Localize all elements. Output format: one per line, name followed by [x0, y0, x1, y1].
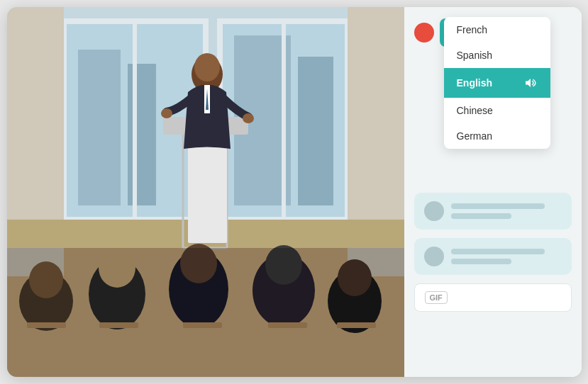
language-dropdown: French Spanish English	[444, 17, 550, 149]
top-bar: A 文 French Spanish English	[414, 18, 572, 47]
chat-bubble-1	[414, 193, 572, 230]
svg-rect-20	[163, 117, 248, 135]
speaker-icon	[522, 75, 538, 91]
svg-rect-19	[188, 133, 227, 243]
lang-item-french[interactable]: French	[444, 17, 550, 43]
svg-rect-12	[7, 7, 64, 276]
svg-rect-2	[220, 21, 348, 220]
svg-point-27	[19, 271, 73, 331]
svg-point-30	[99, 248, 135, 288]
photo-background	[7, 7, 404, 377]
svg-rect-18	[163, 117, 248, 130]
svg-point-25	[161, 108, 172, 118]
ui-panel: A 文 French Spanish English	[404, 7, 582, 377]
gif-badge[interactable]: GIF	[425, 291, 448, 304]
svg-point-28	[29, 261, 63, 298]
svg-rect-11	[7, 248, 404, 377]
photo-panel	[7, 7, 404, 377]
gif-area[interactable]: GIF	[414, 283, 572, 312]
app-container: A 文 French Spanish English	[7, 7, 582, 377]
svg-rect-37	[27, 322, 66, 328]
svg-rect-13	[348, 7, 404, 276]
bubble-line-2b	[451, 259, 512, 264]
svg-rect-6	[298, 57, 333, 205]
svg-point-21	[192, 56, 223, 93]
lang-item-german[interactable]: German	[444, 123, 550, 149]
bubble-lines-2	[451, 249, 562, 264]
bubble-line-1a	[451, 203, 545, 209]
svg-rect-7	[64, 21, 206, 220]
svg-rect-42	[7, 248, 404, 377]
lang-label-french: French	[457, 24, 488, 35]
lang-label-english: English	[457, 77, 493, 89]
svg-rect-38	[99, 322, 138, 328]
svg-point-33	[253, 254, 315, 327]
lang-label-german: German	[457, 130, 493, 142]
bubble-line-2a	[451, 249, 545, 254]
lang-item-chinese[interactable]: Chinese	[444, 98, 550, 123]
chat-area: GIF	[414, 193, 572, 312]
svg-rect-1	[64, 21, 206, 220]
svg-rect-14	[7, 220, 404, 248]
bubble-avatar-2	[424, 247, 444, 266]
svg-rect-9	[220, 21, 348, 220]
lang-item-english[interactable]: English	[444, 68, 550, 98]
bubble-avatar-1	[424, 201, 444, 221]
svg-rect-0	[7, 7, 404, 377]
lang-item-spanish[interactable]: Spanish	[444, 43, 550, 68]
svg-point-31	[169, 250, 228, 328]
svg-point-34	[265, 245, 302, 285]
lang-label-chinese: Chinese	[457, 105, 493, 116]
svg-point-36	[338, 259, 372, 296]
svg-rect-40	[268, 322, 307, 328]
svg-point-29	[89, 259, 145, 329]
svg-point-35	[328, 269, 382, 333]
lang-label-spanish: Spanish	[457, 50, 493, 61]
svg-rect-23	[204, 85, 210, 113]
svg-point-32	[180, 244, 217, 283]
svg-marker-24	[206, 89, 209, 110]
record-dot[interactable]	[414, 23, 434, 43]
bubble-lines-1	[451, 203, 562, 219]
svg-rect-4	[128, 64, 156, 205]
chat-bubble-2	[414, 238, 572, 275]
bubble-line-1b	[451, 213, 512, 219]
svg-rect-5	[234, 35, 291, 205]
svg-rect-41	[337, 322, 376, 328]
svg-point-22	[194, 53, 220, 81]
svg-rect-3	[78, 50, 121, 205]
svg-point-26	[243, 113, 254, 123]
svg-rect-39	[183, 322, 222, 328]
